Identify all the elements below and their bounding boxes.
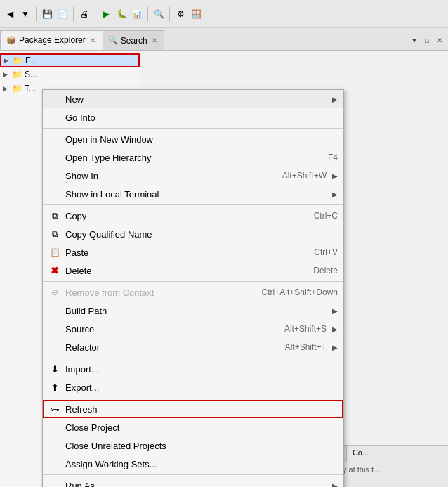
tab-action-buttons: ▼ □ ✕ [406,30,448,50]
menu-item-copy[interactable]: ⧉ Copy Ctrl+C [43,207,343,225]
menu-item-go-into-label: Go Into [65,112,338,123]
toolbar-sep-4 [147,7,148,21]
tab-search[interactable]: 🔍 Search ✕ [103,30,164,50]
menu-item-copy-shortcut: Ctrl+C [314,211,338,221]
menu-item-export[interactable]: ⬆ Export... [43,378,343,396]
tab-package-explorer[interactable]: 📦 Package Explorer ✕ [0,30,103,50]
menu-item-paste-shortcut: Ctrl+V [314,247,338,257]
menu-item-open-type-hierarchy[interactable]: Open Type Hierarchy F4 [43,148,343,167]
menu-item-run-as-arrow: ▶ [332,482,338,488]
menu-item-close-unrelated-label: Close Unrelated Projects [65,441,338,451]
menu-item-copy-qualified-label: Copy Qualified Name [65,229,338,240]
menu-item-source[interactable]: Source Alt+Shift+S ▶ [43,320,343,338]
menu-item-source-arrow: ▶ [332,325,338,333]
toolbar-sep-1 [36,7,37,21]
menu-item-delete-shortcut: Delete [313,266,338,275]
tab-view-menu-button[interactable]: ▼ [409,34,420,46]
menu-item-import-label: Import... [65,364,338,375]
menu-item-new-label: New [65,94,327,105]
menu-item-refactor[interactable]: Refactor Alt+Shift+T ▶ [43,338,343,356]
toolbar-print-icon[interactable]: 🖨 [77,7,91,21]
menu-item-new[interactable]: New ▶ [43,90,343,108]
refresh-icon: 🗝 [48,403,61,415]
toolbar-sep-2 [73,7,74,21]
menu-item-import[interactable]: ⬇ Import... [43,360,343,378]
menu-sep-2 [43,204,343,205]
menu-item-delete-label: Delete [65,266,310,276]
menu-sep-1 [43,128,343,129]
menu-item-go-into[interactable]: Go Into [43,108,343,126]
toolbar-search-icon[interactable]: 🔍 [152,7,166,21]
menu-item-remove-context-label: Remove from Context [65,287,259,298]
toolbar-window-icon[interactable]: 🪟 [189,7,203,21]
menu-item-remove-context: ⊖ Remove from Context Ctrl+Alt+Shift+Dow… [43,283,343,301]
menu-item-build-path-arrow: ▶ [332,307,338,315]
toolbar-profile-icon[interactable]: 📊 [130,7,144,21]
menu-item-paste[interactable]: 📋 Paste Ctrl+V [43,243,343,261]
import-icon: ⬇ [48,363,61,375]
main-area: ▶ 📁 E... ▶ 📁 S... ▶ 📁 T... New ▶ [0,51,448,487]
toolbar-debug-icon[interactable]: 🐛 [114,7,129,21]
menu-item-show-in-arrow: ▶ [332,172,338,180]
menu-item-remove-context-shortcut: Ctrl+Alt+Shift+Down [262,287,338,297]
export-icon: ⬆ [48,381,61,394]
remove-context-icon: ⊖ [48,286,61,299]
menu-item-export-label: Export... [65,382,338,393]
menu-item-close-project[interactable]: Close Project [43,418,343,436]
toolbar-back-icon[interactable]: ◀ [3,7,17,21]
menu-item-show-in-label: Show In [65,171,279,181]
context-menu-overlay: New ▶ Go Into Open in New Window Open Ty… [0,51,448,487]
tab-package-explorer-label: Package Explorer [19,35,86,45]
tab-search-label: Search [121,36,147,46]
menu-item-open-type-hierarchy-label: Open Type Hierarchy [65,152,325,163]
menu-item-new-arrow: ▶ [332,96,338,103]
toolbar-settings-icon[interactable]: ⚙ [173,7,187,21]
tab-maximize-button[interactable]: ✕ [434,34,445,46]
menu-item-refactor-label: Refactor [65,342,282,353]
menu-item-refactor-arrow: ▶ [332,344,338,351]
tab-package-explorer-icon: 📦 [6,36,16,45]
tab-package-explorer-close[interactable]: ✕ [88,36,97,45]
menu-item-close-project-label: Close Project [65,422,338,433]
menu-item-open-new-window[interactable]: Open in New Window [43,130,343,148]
toolbar-sep-3 [95,7,95,21]
toolbar-save-all-icon[interactable]: 📄 [55,7,70,21]
copy-icon: ⧉ [48,209,61,222]
menu-item-refactor-shortcut: Alt+Shift+T [285,342,327,352]
menu-item-build-path[interactable]: Build Path ▶ [43,301,343,320]
tab-search-close[interactable]: ✕ [150,36,159,45]
menu-item-open-type-hierarchy-shortcut: F4 [328,152,338,162]
menu-item-run-as[interactable]: Run As ▶ [43,476,343,487]
menu-item-assign-working-sets[interactable]: Assign Working Sets... [43,455,343,473]
menu-item-show-in[interactable]: Show In Alt+Shift+W ▶ [43,167,343,185]
context-menu: New ▶ Go Into Open in New Window Open Ty… [42,89,344,487]
toolbar-run-icon[interactable]: ▶ [99,7,113,21]
menu-item-source-label: Source [65,324,282,335]
menu-item-delete[interactable]: ✖ Delete Delete [43,261,343,280]
tab-bar: 📦 Package Explorer ✕ 🔍 Search ✕ ▼ □ ✕ [0,28,448,51]
toolbar-dropdown-icon[interactable]: ▼ [18,7,32,21]
menu-item-refresh-label: Refresh [65,404,338,415]
menu-item-copy-qualified[interactable]: ⧉ Copy Qualified Name [43,225,343,243]
menu-item-paste-label: Paste [65,247,311,258]
toolbar-sep-5 [169,7,170,21]
menu-item-assign-working-sets-label: Assign Working Sets... [65,459,338,469]
menu-item-refresh[interactable]: 🗝 Refresh [43,400,343,418]
menu-item-copy-label: Copy [65,211,311,221]
tab-search-icon: 🔍 [108,36,118,45]
menu-item-show-local-terminal[interactable]: Show in Local Terminal ▶ [43,185,343,203]
menu-item-run-as-label: Run As [65,481,327,488]
menu-item-build-path-label: Build Path [65,306,327,316]
menu-sep-4 [43,358,343,358]
menu-sep-6 [43,474,343,475]
menu-item-source-shortcut: Alt+Shift+S [284,324,327,334]
menu-item-open-new-window-label: Open in New Window [65,134,338,145]
menu-item-show-local-terminal-arrow: ▶ [332,190,338,198]
paste-icon: 📋 [48,246,61,259]
menu-item-show-in-shortcut: Alt+Shift+W [282,171,327,181]
copy-qualified-icon: ⧉ [48,228,61,240]
menu-item-show-local-terminal-label: Show in Local Terminal [65,189,327,200]
toolbar-save-icon[interactable]: 💾 [40,7,54,21]
tab-minimize-button[interactable]: □ [421,34,433,46]
menu-item-close-unrelated[interactable]: Close Unrelated Projects [43,436,343,455]
